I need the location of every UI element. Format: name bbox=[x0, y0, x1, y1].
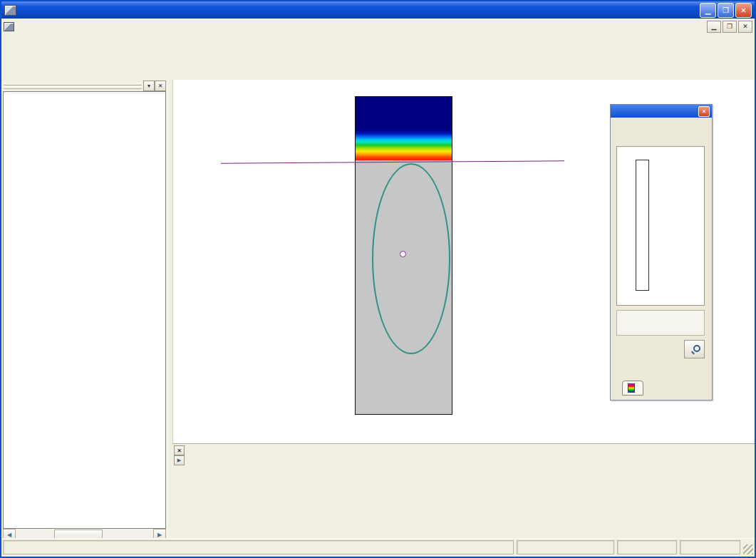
mdi-minimize-button[interactable]: ▁ bbox=[707, 21, 721, 33]
toolbar-standard bbox=[1, 34, 755, 57]
palette-close-button[interactable]: ✕ bbox=[698, 106, 710, 117]
menu-bar: ▁ ❐ ✕ bbox=[1, 19, 755, 34]
navigator-tree bbox=[4, 92, 165, 528]
app-icon bbox=[4, 5, 16, 16]
graphics-view[interactable]: ✕ bbox=[172, 80, 756, 443]
toolbar-results bbox=[1, 57, 755, 81]
expand-table-panel-button[interactable]: ▶ bbox=[174, 455, 185, 465]
centroid-marker bbox=[400, 251, 406, 257]
panel-grip[interactable] bbox=[4, 86, 142, 89]
navigator-tree-box bbox=[3, 91, 166, 529]
mdi-close-button[interactable]: ✕ bbox=[738, 21, 752, 33]
results-palette: ✕ bbox=[610, 104, 713, 401]
status-field-2 bbox=[617, 540, 677, 554]
window-titlebar: ▁ ❐ ✕ bbox=[1, 1, 755, 19]
status-field-1 bbox=[517, 540, 614, 554]
color-scale-bar bbox=[636, 160, 649, 291]
close-button[interactable]: ✕ bbox=[735, 3, 752, 18]
document-icon bbox=[4, 22, 14, 31]
restore-button[interactable]: ❐ bbox=[718, 3, 734, 18]
status-field-3 bbox=[680, 540, 740, 554]
close-table-panel-button[interactable]: ✕ bbox=[174, 445, 185, 455]
mdi-restore-button[interactable]: ❐ bbox=[723, 21, 737, 33]
magnifier-icon bbox=[690, 344, 700, 354]
legend-maxmin bbox=[616, 310, 705, 336]
spectrum-icon bbox=[628, 383, 635, 393]
mdi-buttons: ▁ ❐ ✕ bbox=[705, 21, 752, 33]
color-legend bbox=[616, 146, 705, 306]
legend-detail-button[interactable] bbox=[684, 340, 705, 358]
navigator-panel: ▾ ✕ ◀ ▶ bbox=[1, 80, 167, 541]
dock-menu-button[interactable]: ▾ bbox=[143, 81, 155, 91]
palette-titlebar[interactable]: ✕ bbox=[611, 105, 712, 118]
close-navigator-button[interactable]: ✕ bbox=[155, 81, 166, 91]
status-bar bbox=[1, 538, 755, 557]
capacity-ellipse bbox=[372, 163, 450, 354]
app-window: ▁ ❐ ✕ ▁ ❐ ✕ ▾ ✕ ◀ ▶ bbox=[0, 0, 756, 558]
resize-grip[interactable] bbox=[743, 544, 753, 554]
minimize-button[interactable]: ▁ bbox=[700, 3, 716, 18]
tab-farbspektrum[interactable] bbox=[622, 381, 643, 396]
concrete-stress-gradient bbox=[356, 97, 452, 160]
results-table-panel: ✕ ▶ bbox=[172, 443, 756, 542]
navigator-header: ▾ ✕ bbox=[1, 80, 167, 91]
status-message bbox=[3, 540, 514, 554]
panel-grip[interactable] bbox=[4, 83, 142, 86]
